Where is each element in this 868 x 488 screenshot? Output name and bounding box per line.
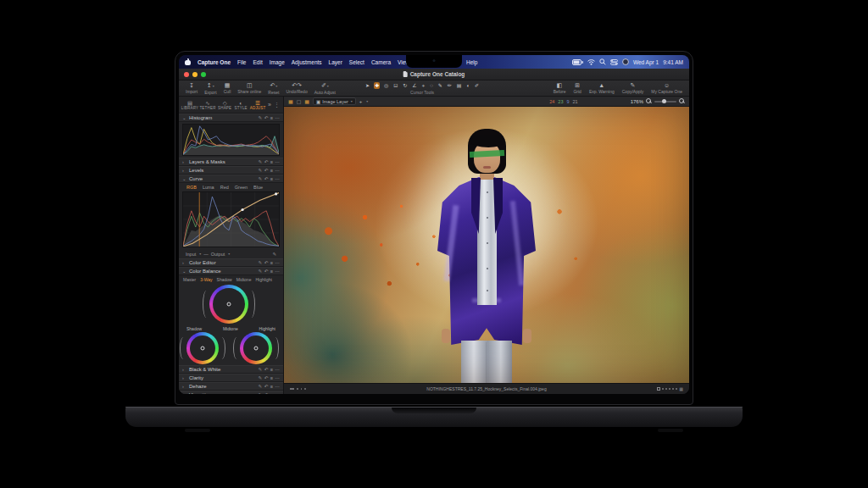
app-menu[interactable]: Capture One — [198, 59, 231, 65]
crop-tool[interactable]: ⊡ — [392, 82, 398, 89]
menu-camera[interactable]: Camera — [371, 59, 391, 65]
menu-select[interactable]: Select — [349, 59, 364, 65]
pencil-icon[interactable]: ✎ — [259, 392, 263, 394]
reset-icon[interactable]: ↶ — [264, 115, 269, 120]
wifi-icon[interactable] — [587, 59, 595, 65]
panel-header-color-balance[interactable]: ⌄Color Balance✎↶≡⋯ — [179, 267, 283, 275]
control-center-icon[interactable] — [610, 59, 618, 65]
checkbox-icon[interactable] — [657, 387, 660, 391]
reset-icon[interactable]: ↶ — [264, 269, 269, 274]
menu-file[interactable]: File — [237, 59, 246, 65]
straighten-tool[interactable]: ∠ — [411, 82, 417, 89]
presets-icon[interactable]: ≡ — [270, 392, 273, 394]
panel-header-curve[interactable]: ⌄Curve✎↶≡⋯ — [179, 175, 283, 183]
toolbar-button-export[interactable]: ↥▾Export — [204, 82, 216, 95]
saturation-arc[interactable] — [233, 337, 241, 360]
color-balance-tab-highlight[interactable]: Highlight — [255, 277, 271, 282]
menu-help[interactable]: Help — [466, 59, 477, 65]
radial-mask-tool[interactable]: ◐ — [465, 82, 470, 89]
erase-mask-tool[interactable]: ✏ — [447, 82, 453, 89]
curve-graph[interactable] — [182, 191, 280, 247]
expand-icon[interactable]: › — [182, 367, 186, 372]
menu-bar-date[interactable]: Wed Apr 1 — [633, 59, 659, 65]
more-icon[interactable]: ⋯ — [275, 367, 281, 372]
lightness-arc[interactable] — [218, 337, 225, 360]
presets-icon[interactable]: ≡ — [270, 168, 273, 173]
zoom-slider[interactable] — [654, 101, 676, 103]
color-wheel-puck[interactable] — [254, 347, 259, 351]
more-icon[interactable]: ⋯ — [275, 269, 281, 274]
tab-tether[interactable]: ∿TETHER — [200, 100, 215, 110]
panel-header-levels[interactable]: ›Levels✎↶≡⋯ — [179, 166, 283, 175]
pencil-icon[interactable]: ✎ — [259, 168, 263, 173]
curve-tab-red[interactable]: Red — [220, 185, 229, 190]
expand-icon[interactable]: › — [182, 260, 186, 265]
spotlight-icon[interactable] — [599, 58, 606, 65]
panel-header-color-editor[interactable]: ›Color Editor✎↶≡⋯ — [179, 258, 283, 267]
annotation-tool[interactable]: ✐ — [474, 82, 480, 89]
reset-icon[interactable]: ↶ — [264, 367, 269, 372]
spot-removal-tool[interactable]: ◌ — [429, 82, 434, 89]
curve-tab-luma[interactable]: Luma — [203, 185, 214, 190]
curve-input-dropdown[interactable]: Input — [186, 252, 196, 257]
color-balance-tab-midtone[interactable]: Midtone — [236, 277, 252, 282]
expand-icon[interactable]: › — [182, 392, 186, 394]
add-layer-button[interactable]: + — [359, 98, 363, 105]
collapse-icon[interactable]: ⌄ — [182, 115, 186, 120]
draw-mask-tool[interactable]: ✎ — [437, 82, 443, 89]
tab-style[interactable]: ◐STYLE — [234, 100, 248, 110]
color-balance-tab-master[interactable]: Master — [183, 277, 196, 282]
pencil-icon[interactable]: ✎ — [259, 115, 263, 120]
panel-header-clarity[interactable]: ›Clarity✎↶≡⋯ — [179, 374, 283, 382]
menu-adjustments[interactable]: Adjustments — [292, 59, 322, 65]
panel-header-layers-masks[interactable]: ›Layers & Masks✎↶≡⋯ — [179, 158, 283, 166]
toolbar-button-import[interactable]: ↧Import — [186, 82, 198, 95]
curve-output-dropdown[interactable]: Output — [211, 252, 225, 257]
curve-tab-blue[interactable]: Blue — [253, 185, 263, 190]
collapse-icon[interactable]: ⌄ — [182, 176, 186, 181]
menu-layer[interactable]: Layer — [329, 59, 342, 65]
kebab-menu-icon[interactable]: ⋮ — [274, 102, 280, 108]
lightness-arc[interactable] — [271, 337, 279, 360]
color-balance-tab-3-way[interactable]: 3-Way — [200, 277, 212, 282]
pencil-icon[interactable]: ✎ — [259, 269, 263, 274]
rotate-tool[interactable]: ↻ — [402, 82, 408, 89]
presets-icon[interactable]: ≡ — [270, 384, 273, 389]
menu-image[interactable]: Image — [270, 59, 285, 65]
chevrons-right-icon[interactable]: » — [268, 102, 271, 108]
zoom-slider-knob[interactable] — [662, 99, 666, 103]
presets-icon[interactable]: ≡ — [270, 367, 273, 372]
zoom-out-icon[interactable] — [646, 98, 652, 104]
more-icon[interactable]: ⋯ — [275, 260, 281, 265]
toolbar-button-before[interactable]: ◧Before — [554, 82, 566, 94]
grid-icon[interactable]: ▦ — [679, 386, 683, 391]
toolbar-button-cull[interactable]: ▦Cull — [224, 82, 231, 95]
more-icon[interactable]: ⋯ — [275, 176, 281, 181]
curve-picker-icon[interactable]: ✎ — [272, 252, 276, 257]
pan-tool[interactable]: ✚ — [374, 82, 380, 89]
panel-header-dehaze[interactable]: ›Dehaze✎↶≡⋯ — [179, 382, 283, 391]
close-button[interactable] — [184, 72, 189, 77]
more-icon[interactable]: ⋯ — [275, 159, 281, 164]
layer-selector[interactable]: ▣ Image Layer ▾ — [313, 97, 356, 105]
overlay-tool[interactable]: ⌖ — [421, 82, 426, 89]
browser-nav-dots[interactable] — [290, 388, 306, 390]
color-wheel-puck[interactable] — [201, 347, 205, 351]
toolbar-button-reset[interactable]: ↶▾Reset — [268, 82, 279, 95]
photo-canvas[interactable] — [284, 107, 689, 383]
tab-adjust[interactable]: ☰ADJUST — [250, 100, 265, 110]
expand-icon[interactable]: › — [182, 159, 186, 164]
toolbar-button-grid[interactable]: ⊞Grid — [573, 82, 581, 94]
tab-shape[interactable]: ◇SHAPE — [218, 100, 231, 110]
expand-icon[interactable]: › — [182, 384, 186, 389]
color-balance-tab-shadow[interactable]: Shadow — [217, 277, 232, 282]
reset-icon[interactable]: ↶ — [264, 168, 269, 173]
panel-header-histogram[interactable]: ⌄Histogram✎↶≡⋯ — [179, 114, 283, 122]
curve-tab-rgb[interactable]: RGB — [186, 185, 197, 190]
reset-icon[interactable]: ↶ — [264, 176, 269, 181]
pencil-icon[interactable]: ✎ — [259, 159, 263, 164]
reset-icon[interactable]: ↶ — [264, 375, 269, 380]
pencil-icon[interactable]: ✎ — [259, 375, 263, 380]
more-icon[interactable]: ⋯ — [275, 384, 281, 389]
zoom-in-icon[interactable] — [679, 98, 685, 104]
